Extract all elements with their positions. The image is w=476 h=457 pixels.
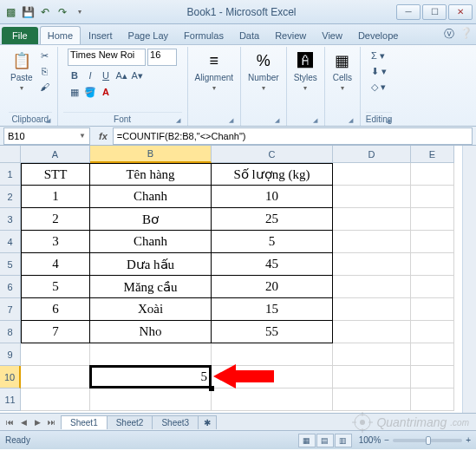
cell-C7[interactable]: 15 — [212, 298, 333, 321]
sheet-tab-3[interactable]: Sheet3 — [152, 415, 199, 429]
sheet-tab-1[interactable]: Sheet1 — [61, 415, 108, 429]
col-header-A[interactable]: A — [21, 146, 90, 163]
cell-C6[interactable]: 20 — [212, 276, 333, 298]
cut-icon[interactable]: ✂ — [38, 49, 52, 62]
view-normal-icon[interactable]: ▦ — [298, 434, 316, 447]
cell-A7[interactable]: 6 — [21, 298, 90, 321]
autosum-icon[interactable]: Σ ▾ — [367, 49, 389, 62]
row-header-10[interactable]: 10 — [0, 366, 21, 388]
font-color-icon[interactable]: A — [99, 85, 113, 99]
col-header-E[interactable]: E — [411, 146, 454, 163]
cell-A8[interactable]: 7 — [21, 321, 90, 343]
sheet-tab-2[interactable]: Sheet2 — [107, 415, 153, 429]
sheet-nav-first-icon[interactable]: ⏮ — [3, 418, 16, 427]
sheet-nav-prev-icon[interactable]: ◀ — [17, 418, 29, 427]
cell-A4[interactable]: 3 — [21, 231, 90, 253]
cell-B6[interactable]: Măng cầu — [90, 276, 212, 298]
cell-B8[interactable]: Nho — [90, 321, 212, 343]
maximize-button[interactable]: ☐ — [422, 4, 447, 20]
select-all-corner[interactable] — [0, 146, 21, 163]
tab-home[interactable]: Home — [40, 26, 81, 44]
cell-C8[interactable]: 55 — [212, 321, 333, 343]
minimize-ribbon-icon[interactable]: ⓥ — [444, 27, 454, 42]
fill-icon[interactable]: ⬇ ▾ — [367, 64, 391, 78]
help-icon[interactable]: ❔ — [460, 27, 473, 42]
row-header-3[interactable]: 3 — [0, 208, 21, 231]
col-header-D[interactable]: D — [333, 146, 411, 163]
row-header-5[interactable]: 5 — [0, 253, 21, 276]
row-header-9[interactable]: 9 — [0, 343, 21, 366]
cell-A5[interactable]: 4 — [21, 253, 90, 276]
tab-developer[interactable]: Develope — [350, 26, 406, 44]
cell-B2[interactable]: Chanh — [90, 186, 212, 208]
cell-E1[interactable] — [411, 163, 454, 186]
minimize-button[interactable]: ─ — [396, 4, 421, 20]
col-header-C[interactable]: C — [212, 146, 333, 163]
styles-button[interactable]: 🅰 Styles ▾ — [292, 49, 319, 94]
fx-icon[interactable]: fx — [99, 131, 108, 141]
tab-review[interactable]: Review — [267, 26, 314, 44]
cell-D1[interactable] — [333, 163, 411, 186]
cells-area[interactable]: STT Tên hàng Số lượng (kg) 1Chanh10 2Bơ2… — [21, 163, 454, 411]
row-header-7[interactable]: 7 — [0, 298, 21, 321]
sheet-nav-last-icon[interactable]: ⏭ — [45, 418, 57, 427]
cell-B4[interactable]: Chanh — [90, 231, 212, 253]
row-header-6[interactable]: 6 — [0, 276, 21, 298]
copy-icon[interactable]: ⎘ — [38, 64, 52, 78]
name-box[interactable]: B10 ▼ — [3, 127, 90, 145]
row-header-2[interactable]: 2 — [0, 186, 21, 208]
fill-handle[interactable] — [209, 386, 214, 391]
cell-A2[interactable]: 1 — [21, 186, 90, 208]
namebox-dropdown-icon[interactable]: ▼ — [79, 132, 86, 140]
save-icon[interactable]: 💾 — [21, 5, 35, 19]
shrink-font-icon[interactable]: A▾ — [130, 69, 144, 82]
zoom-in-icon[interactable]: + — [466, 435, 471, 445]
zoom-out-icon[interactable]: − — [384, 435, 389, 445]
tab-formulas[interactable]: Formulas — [176, 26, 231, 44]
new-sheet-icon[interactable]: ✱ — [198, 415, 217, 429]
fill-color-icon[interactable]: 🪣 — [83, 85, 97, 99]
number-button[interactable]: % Number ▾ — [246, 49, 281, 94]
cell-C5[interactable]: 45 — [212, 253, 333, 276]
underline-button[interactable]: U — [99, 69, 113, 82]
cell-C1[interactable]: Số lượng (kg) — [212, 163, 333, 186]
redo-icon[interactable]: ↷ — [55, 5, 69, 19]
view-pagelayout-icon[interactable]: ▤ — [316, 434, 334, 447]
cell-C4[interactable]: 5 — [212, 231, 333, 253]
sheet-nav-next-icon[interactable]: ▶ — [31, 418, 43, 427]
formula-input[interactable]: =COUNTIF(B2:B8,"<>Chanh") — [113, 127, 473, 145]
cell-C3[interactable]: 25 — [212, 208, 333, 231]
cell-B3[interactable]: Bơ — [90, 208, 212, 231]
cell-B5[interactable]: Dưa hấu — [90, 253, 212, 276]
cell-B10[interactable]: 5 — [90, 366, 212, 388]
tab-insert[interactable]: Insert — [81, 26, 121, 44]
paste-button[interactable]: 📋 Paste ▾ — [9, 49, 35, 94]
cell-A1[interactable]: STT — [21, 163, 90, 186]
cell-B1[interactable]: Tên hàng — [90, 163, 212, 186]
view-pagebreak-icon[interactable]: ▥ — [335, 434, 352, 447]
font-size-select[interactable]: 16 — [147, 49, 177, 66]
spreadsheet-grid[interactable]: A B C D E 1 2 3 4 5 6 7 8 9 10 11 STT Tê… — [0, 146, 476, 413]
font-name-select[interactable]: Times New Roi — [68, 49, 146, 66]
tab-file[interactable]: File — [2, 27, 38, 44]
cell-A6[interactable]: 5 — [21, 276, 90, 298]
zoom-level[interactable]: 100% — [359, 435, 381, 445]
italic-button[interactable]: I — [83, 69, 97, 82]
bold-button[interactable]: B — [68, 69, 82, 82]
clear-icon[interactable]: ◇ ▾ — [367, 80, 390, 94]
format-painter-icon[interactable]: 🖌 — [38, 80, 52, 94]
grow-font-icon[interactable]: A▴ — [114, 69, 128, 82]
col-header-B[interactable]: B — [90, 146, 212, 163]
tab-data[interactable]: Data — [231, 26, 267, 44]
row-header-11[interactable]: 11 — [0, 388, 21, 411]
cell-A3[interactable]: 2 — [21, 208, 90, 231]
alignment-button[interactable]: ≡ Alignment ▾ — [193, 49, 235, 94]
cells-button[interactable]: ▦ Cells ▾ — [330, 49, 355, 94]
cell-C2[interactable]: 10 — [212, 186, 333, 208]
close-button[interactable]: ✕ — [448, 4, 473, 20]
undo-icon[interactable]: ↶ — [38, 5, 52, 19]
border-icon[interactable]: ▦ — [68, 85, 82, 99]
tab-view[interactable]: View — [314, 26, 350, 44]
row-header-1[interactable]: 1 — [0, 163, 21, 186]
zoom-slider[interactable] — [393, 439, 462, 442]
